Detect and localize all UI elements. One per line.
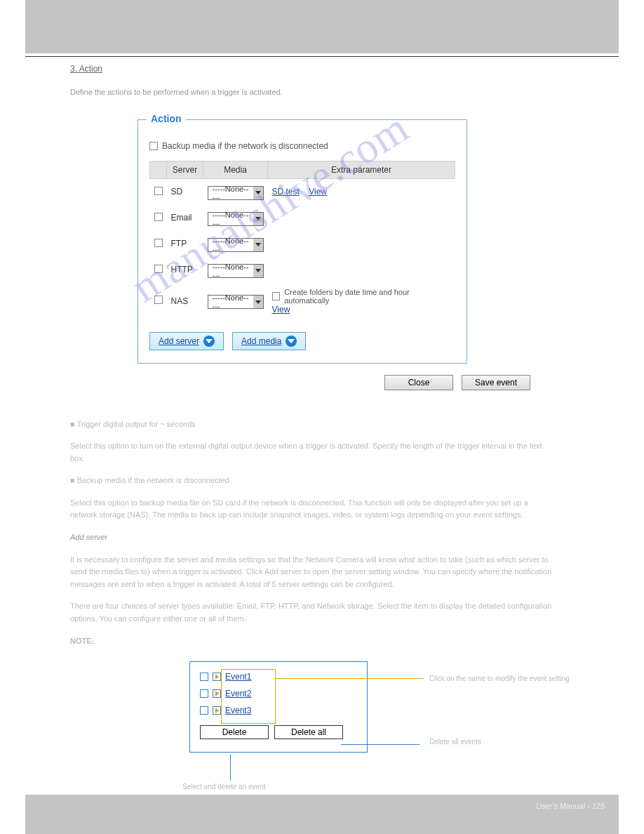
table-row: Email -----None----- (150, 205, 455, 231)
callout-line (230, 754, 231, 781)
event-list-box: Event1 Event2 Event3 Delete Delete all (189, 661, 368, 753)
event1-checkbox[interactable] (200, 673, 208, 681)
footer-bar: User's Manual - 125 (25, 795, 619, 834)
backup-checkbox[interactable] (149, 142, 158, 150)
nas-auto-checkbox[interactable] (272, 292, 281, 300)
body-text: ■ Trigger digital output for ~ seconds S… (70, 418, 554, 648)
list-item: Event3 (200, 706, 357, 715)
nas-auto-label: Create folders by date time and hour aut… (284, 288, 450, 305)
page-number: User's Manual - 125 (536, 802, 605, 810)
sd-view-link[interactable]: View (309, 187, 327, 197)
nas-view-link[interactable]: View (272, 305, 290, 315)
col-server: Server (167, 161, 203, 178)
backup-label: Backup media if the network is disconnec… (162, 141, 328, 151)
list-item: Event2 (200, 689, 357, 699)
callout-line (341, 744, 420, 745)
arrow-icon[interactable] (213, 689, 221, 698)
action-table: Server Media Extra parameter SD -----Non… (149, 161, 455, 319)
intro-text: Define the actions to be performed when … (70, 86, 554, 98)
annotation-modify: Click on the name to modify the event se… (429, 674, 598, 683)
row-http-checkbox[interactable] (154, 265, 163, 273)
row-http-name: HTTP (167, 257, 203, 283)
row-nas-select[interactable]: -----None----- (208, 295, 264, 309)
delete-button[interactable]: Delete (200, 725, 269, 739)
row-ftp-name: FTP (167, 231, 203, 257)
col-blank (150, 161, 167, 178)
chevron-down-icon (253, 187, 262, 199)
chevron-down-icon (253, 239, 262, 251)
sd-test-link[interactable]: SD test (272, 187, 300, 197)
row-email-checkbox[interactable] (154, 213, 163, 221)
chevron-down-icon (253, 296, 262, 308)
table-row: NAS -----None----- Create folders by dat… (150, 283, 455, 319)
table-row: HTTP -----None----- (150, 257, 455, 283)
table-row: FTP -----None----- (150, 231, 455, 257)
arrow-icon[interactable] (213, 706, 221, 715)
add-media-button[interactable]: Add media (232, 332, 306, 350)
row-sd-checkbox[interactable] (154, 187, 163, 195)
delete-all-button[interactable]: Delete all (274, 725, 343, 739)
event3-checkbox[interactable] (200, 706, 208, 715)
annotation-delete: Select and delete an event (182, 782, 323, 791)
action-fieldset: Action Backup media if the network is di… (137, 119, 467, 364)
chevron-down-icon (253, 213, 262, 225)
row-sd-select[interactable]: -----None----- (208, 186, 264, 200)
close-button[interactable]: Close (384, 375, 453, 390)
event3-link[interactable]: Event3 (225, 706, 251, 715)
row-ftp-checkbox[interactable] (154, 239, 163, 247)
row-email-name: Email (167, 205, 203, 231)
row-sd-name: SD (167, 178, 203, 205)
event2-checkbox[interactable] (200, 689, 208, 698)
section-title: 3. Action (70, 64, 102, 74)
row-http-select[interactable]: -----None----- (208, 264, 264, 278)
row-nas-checkbox[interactable] (154, 296, 163, 304)
chevron-down-icon (253, 265, 262, 277)
event1-link[interactable]: Event1 (225, 672, 251, 682)
save-event-button[interactable]: Save event (462, 375, 530, 390)
fieldset-legend: Action (147, 113, 186, 124)
chevron-down-icon (203, 336, 215, 347)
arrow-icon[interactable] (213, 673, 221, 681)
row-nas-name: NAS (167, 283, 203, 319)
row-email-select[interactable]: -----None----- (208, 212, 264, 226)
col-media: Media (203, 161, 268, 178)
col-extra: Extra parameter (268, 161, 455, 178)
annotation-delete-all: Delete all events (429, 737, 598, 746)
list-item: Event1 (200, 672, 357, 682)
chevron-down-icon (286, 336, 297, 347)
row-ftp-select[interactable]: -----None----- (208, 238, 264, 252)
event2-link[interactable]: Event2 (225, 689, 251, 699)
add-server-button[interactable]: Add server (149, 332, 224, 350)
header-bar (25, 0, 619, 53)
table-row: SD -----None----- SD test View (150, 178, 455, 205)
